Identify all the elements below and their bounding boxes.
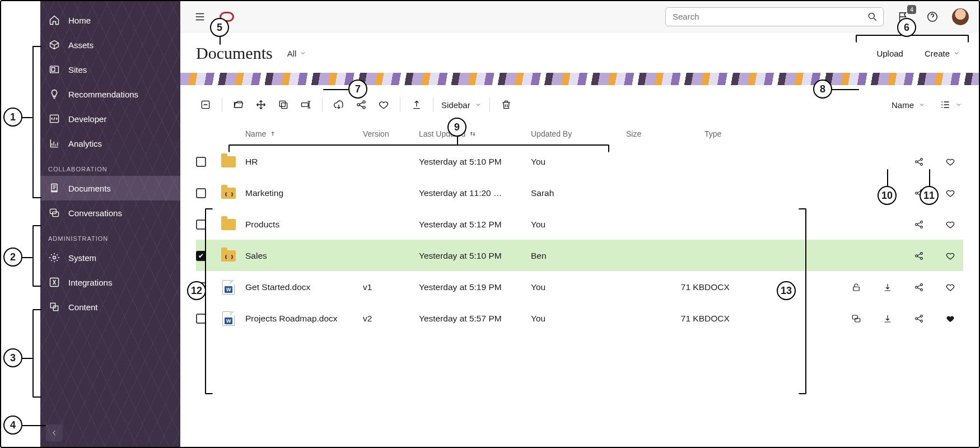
table-row[interactable]: Projects Roadmap.docxv2Yesterday at 5:57… [196,302,963,334]
nav-analytics[interactable]: Analytics [40,131,180,156]
table-row[interactable]: SalesYesterday at 5:10 PMBen [196,240,963,271]
help-icon [926,11,939,23]
row-checkbox[interactable] [196,220,206,230]
share-icon[interactable] [909,309,928,328]
action-bar: Sidebar Name [180,85,979,118]
download-icon[interactable] [878,309,897,328]
cell-updated-by: You [531,220,626,230]
move-button[interactable] [251,95,270,114]
svg-rect-1 [52,68,55,72]
cloud-download-icon [333,99,344,110]
delete-button[interactable] [497,95,516,114]
heart-icon[interactable] [941,152,960,171]
folder-icon [221,188,236,199]
cell-last-updated: Yesterday at 11:20 … [419,188,531,198]
row-checkbox[interactable] [196,188,206,198]
sites-icon [48,64,60,75]
callout-3: 3 [3,348,22,367]
col-size[interactable]: Size [626,129,704,138]
nav-home[interactable]: Home [40,8,180,32]
chevron-down-icon [475,101,482,108]
cell-version: v2 [363,314,419,324]
search-icon[interactable] [867,11,878,22]
nav-label: Documents [68,184,111,193]
table-row[interactable]: HRYesterday at 5:10 PMYou [196,146,963,177]
cell-last-updated: Yesterday at 5:19 PM [419,282,531,292]
col-name[interactable]: Name [245,129,363,138]
filter-all[interactable]: All [287,49,307,58]
row-actions [783,278,963,297]
sort-menu[interactable]: Name [890,98,926,112]
copy-button[interactable] [274,95,293,114]
col-version[interactable]: Version [363,129,419,138]
upload-action-button[interactable] [407,95,426,114]
col-last-updated[interactable]: Last Updated [419,129,531,138]
share-icon[interactable] [909,215,928,234]
table-row[interactable]: ProductsYesterday at 5:12 PMYou [196,208,963,240]
download-icon[interactable] [878,278,897,297]
nav-recommendations[interactable]: Recommendations [40,82,180,106]
nav-system[interactable]: System [40,245,180,270]
upload-button[interactable]: Upload [873,44,907,63]
callout-11: 11 [920,186,939,205]
help-button[interactable] [923,7,942,26]
collapse-sidebar-button[interactable] [46,424,63,441]
view-menu[interactable] [939,97,963,113]
chat-icon[interactable] [847,309,866,328]
nav-conversations[interactable]: Conversations [40,200,180,225]
folder-icon [221,250,236,262]
chevron-down-icon [918,101,925,108]
cell-last-updated: Yesterday at 5:10 PM [419,251,531,261]
table-row[interactable]: Get Started.docxv1Yesterday at 5:19 PMYo… [196,271,963,302]
svg-rect-8 [50,303,55,307]
nav-assets[interactable]: Assets [40,32,180,57]
row-checkbox[interactable] [196,157,206,167]
open-button[interactable] [229,95,248,114]
heart-icon[interactable] [941,184,960,203]
callout-10: 10 [878,186,897,205]
callout-8: 8 [813,80,832,99]
nav-integrations[interactable]: Integrations [40,270,180,295]
folder-open-icon [233,99,244,110]
hamburger-button[interactable] [190,7,209,26]
cell-last-updated: Yesterday at 5:10 PM [419,157,531,167]
table-row[interactable]: MarketingYesterday at 11:20 …Sarah [196,177,963,208]
chevron-left-icon [50,429,58,437]
title-bar: Documents All Upload Create [180,32,979,73]
select-toggle-button[interactable] [196,95,215,114]
share-icon[interactable] [909,278,928,297]
search-input[interactable] [665,7,884,26]
heart-icon[interactable] [941,246,960,265]
nav-label: Analytics [68,139,102,148]
heart-filled-icon[interactable] [941,309,960,328]
svg-rect-13 [282,103,287,109]
rename-button[interactable] [296,95,315,114]
sidebar-dropdown[interactable]: Sidebar [440,98,483,112]
col-type[interactable]: Type [704,129,783,138]
callout-7: 7 [348,80,367,99]
col-updated-by[interactable]: Updated By [531,129,626,138]
nav-content[interactable]: Content [40,295,180,319]
nav-documents[interactable]: Documents [40,176,180,200]
nav-sites[interactable]: Sites [40,57,180,82]
download-cloud-button[interactable] [329,95,348,114]
row-checkbox[interactable] [196,314,206,324]
user-avatar[interactable] [952,8,969,25]
share-icon [356,99,367,110]
callout-6: 6 [897,18,916,37]
nav-label: Content [68,302,98,312]
heart-icon[interactable] [941,215,960,234]
heart-icon[interactable] [941,278,960,297]
lock-icon[interactable] [847,278,866,297]
cube-icon [48,39,60,50]
nav-label: Integrations [68,278,112,287]
cell-name: Projects Roadmap.docx [245,314,363,324]
section-administration: ADMINISTRATION [40,225,180,245]
share-icon[interactable] [909,246,928,265]
row-checkbox[interactable] [196,251,206,261]
nav-developer[interactable]: Developer [40,106,180,131]
share-icon[interactable] [909,152,928,171]
favorite-button[interactable] [374,95,393,114]
sort-both-icon [469,130,477,138]
create-button[interactable]: Create [921,44,963,63]
